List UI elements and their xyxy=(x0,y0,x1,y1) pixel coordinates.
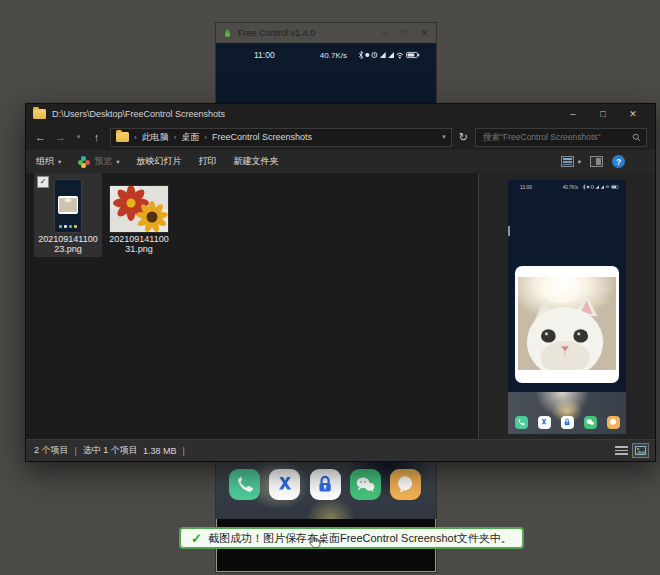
preview-wallpaper xyxy=(508,392,626,434)
data-saver-icon xyxy=(365,53,369,57)
preview-status-bar: 11:00 40.7K/s xyxy=(508,180,626,190)
view-icon xyxy=(561,156,574,167)
file-item-selected[interactable]: ✓ 20210914110023.png xyxy=(34,173,102,257)
back-button[interactable]: ← xyxy=(34,131,47,143)
file-list[interactable]: ✓ 20210914110023.png xyxy=(26,173,478,439)
phone-app-icon[interactable] xyxy=(229,469,260,500)
item-count: 2 个项目 xyxy=(34,444,69,457)
cat-photo xyxy=(518,277,616,370)
phone-screenshot-thumbnail xyxy=(55,180,81,232)
preview-pane: 11:00 40.7K/s xyxy=(478,173,655,439)
refresh-button[interactable]: ↻ xyxy=(459,131,468,144)
signal1-icon xyxy=(380,52,386,58)
flowers-thumbnail xyxy=(110,186,168,232)
new-folder-button[interactable]: 新建文件夹 xyxy=(234,155,279,168)
forward-button[interactable]: → xyxy=(54,131,67,143)
fc-close-button[interactable]: ✕ xyxy=(420,23,428,43)
address-bar[interactable]: › 此电脑 › 桌面 › FreeControl Screenshots ▾ xyxy=(110,128,452,147)
thumbnail-view-button[interactable] xyxy=(632,443,649,458)
check-icon: ✓ xyxy=(191,531,202,546)
search-icon xyxy=(632,133,641,142)
xender-app-icon-small xyxy=(538,416,551,429)
help-button[interactable]: ? xyxy=(612,155,625,168)
android-icon xyxy=(222,28,233,39)
selection-checkbox[interactable]: ✓ xyxy=(37,176,49,188)
slideshow-label: 放映幻灯片 xyxy=(137,155,182,168)
mouse-cursor-hand xyxy=(306,534,322,553)
messages-app-icon-small xyxy=(607,416,620,429)
breadcrumb-desktop[interactable]: 桌面 xyxy=(181,131,199,144)
organize-label: 组织 xyxy=(36,155,54,168)
preview-clock: 11:00 xyxy=(520,184,532,190)
breadcrumb-current-folder[interactable]: FreeControl Screenshots xyxy=(212,132,312,142)
crumb-separator: › xyxy=(134,133,137,142)
address-dropdown-button[interactable]: ▾ xyxy=(442,133,446,141)
freecontrol-window-title: Free Control v1.4.0 xyxy=(238,28,382,38)
fc-minimize-button[interactable]: – xyxy=(382,23,387,43)
print-label: 打印 xyxy=(199,155,217,168)
file-item[interactable]: 20210914110031.png xyxy=(105,173,173,257)
explorer-status-bar: 2 个项目 | 选中 1 个项目 1.38 MB | xyxy=(26,439,655,461)
search-input[interactable] xyxy=(481,131,632,143)
freecontrol-titlebar[interactable]: Free Control v1.4.0 – □ ✕ xyxy=(216,23,436,43)
preview-dock xyxy=(515,416,620,429)
screenshot-success-toast: ✓ 截图成功！图片保存在桌面FreeControl Screenshot文件夹中… xyxy=(179,527,524,549)
preview-edge-tick xyxy=(508,226,510,236)
bluetooth-icon xyxy=(359,51,363,58)
address-folder-icon xyxy=(116,132,129,142)
wifi-icon xyxy=(397,53,403,56)
organize-button[interactable]: 组织 ▾ xyxy=(36,155,61,168)
explorer-minimize-button[interactable]: – xyxy=(558,104,588,124)
separator: | xyxy=(182,446,184,456)
cat-photo-card xyxy=(515,266,619,383)
crumb-separator: › xyxy=(204,133,207,142)
breadcrumb-this-pc[interactable]: 此电脑 xyxy=(142,131,169,144)
preview-button[interactable]: 预览 ▾ xyxy=(78,155,119,168)
recent-locations-button[interactable]: ▾ xyxy=(74,133,83,141)
explorer-maximize-button[interactable]: □ xyxy=(588,104,618,124)
preview-net-speed: 40.7K/s xyxy=(563,185,578,190)
applock-app-icon[interactable] xyxy=(310,469,341,500)
explorer-close-button[interactable]: ✕ xyxy=(618,104,648,124)
crumb-separator: › xyxy=(174,133,177,142)
preview-status-icons xyxy=(580,184,622,190)
chevron-down-icon: ▾ xyxy=(116,158,119,166)
net-speed: 40.7K/s xyxy=(320,51,347,60)
messages-app-icon[interactable] xyxy=(390,469,421,500)
preview-label: 预览 xyxy=(94,155,112,168)
slideshow-button[interactable]: 放映幻灯片 xyxy=(137,155,182,168)
explorer-titlebar[interactable]: D:\Users\Desktop\FreeControl Screenshots… xyxy=(26,104,655,124)
print-button[interactable]: 打印 xyxy=(199,155,217,168)
phone-status-bar: 11:00 40.7K/s xyxy=(216,43,436,60)
up-button[interactable]: ↑ xyxy=(90,131,103,143)
battery-icon xyxy=(407,52,420,57)
explorer-window: D:\Users\Desktop\FreeControl Screenshots… xyxy=(25,103,656,462)
command-toolbar: 组织 ▾ 预览 ▾ 放映幻灯片 打印 新建文件夹 ▾ ? xyxy=(26,150,655,173)
status-icons-cluster xyxy=(350,50,428,60)
separator: | xyxy=(75,446,77,456)
change-view-button[interactable]: ▾ xyxy=(561,156,581,167)
chevron-down-icon: ▾ xyxy=(578,158,581,166)
preview-image: 11:00 40.7K/s xyxy=(508,180,626,434)
address-toolbar: ← → ▾ ↑ › 此电脑 › 桌面 › FreeControl Screens… xyxy=(26,124,655,150)
new-folder-label: 新建文件夹 xyxy=(234,155,279,168)
explorer-window-title: D:\Users\Desktop\FreeControl Screenshots xyxy=(52,109,558,119)
file-name: 20210914110023.png xyxy=(34,234,102,254)
applock-app-icon-small xyxy=(561,416,574,429)
wechat-app-icon-small xyxy=(584,416,597,429)
details-view-button[interactable] xyxy=(615,445,628,456)
file-name: 20210914110031.png xyxy=(105,234,173,254)
signal2-icon xyxy=(388,52,394,58)
toast-message: 截图成功！图片保存在桌面FreeControl Screenshot文件夹中。 xyxy=(208,531,512,546)
preview-pane-toggle-button[interactable] xyxy=(590,156,603,167)
phone-dock xyxy=(229,469,421,500)
photo-viewer-icon xyxy=(78,156,90,168)
desktop: { "glyphs": { "caret": "▾", "crumb_sep":… xyxy=(0,0,660,575)
wechat-app-icon[interactable] xyxy=(350,469,381,500)
search-box[interactable] xyxy=(475,128,647,147)
folder-icon xyxy=(33,109,46,119)
selection-count: 选中 1 个项目 xyxy=(83,444,138,457)
xender-app-icon[interactable] xyxy=(269,469,300,500)
fc-maximize-button[interactable]: □ xyxy=(401,23,406,43)
phone-clock: 11:00 xyxy=(254,50,275,60)
